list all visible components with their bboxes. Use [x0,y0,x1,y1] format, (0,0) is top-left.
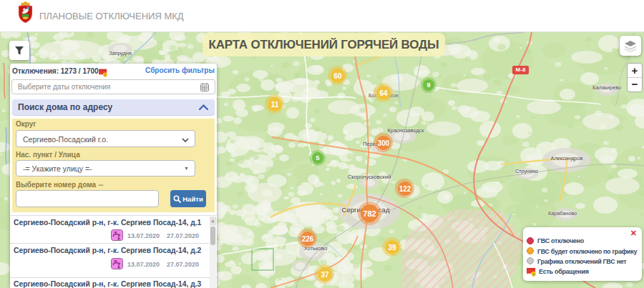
svg-text:!: ! [104,73,106,77]
svg-text:!: ! [533,272,535,277]
